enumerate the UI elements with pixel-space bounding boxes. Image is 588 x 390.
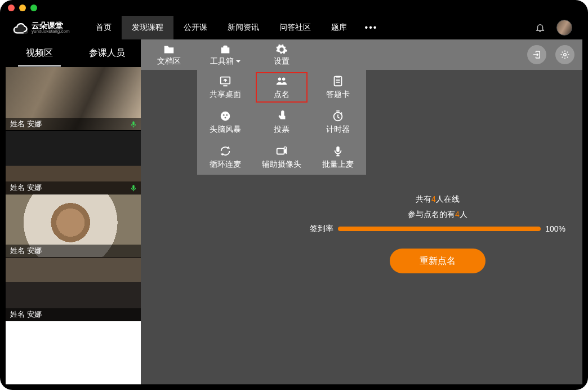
tool-label: 计时器 — [326, 125, 350, 135]
attend-count: 4 — [455, 210, 460, 219]
stats-lines: 共有4人在线 参与点名的有4人 — [310, 192, 565, 221]
top-nav: 云朵课堂 yunduoketang.com 首页 发现课程 公开课 新闻资讯 问… — [6, 16, 582, 39]
nav-item-public[interactable]: 公开课 — [173, 16, 217, 39]
nav-item-qa[interactable]: 问答社区 — [269, 16, 321, 39]
loop-mic-icon — [219, 145, 232, 157]
participant-name: 安娜 — [27, 119, 42, 129]
app-content: 云朵课堂 yunduoketang.com 首页 发现课程 公开课 新闻资讯 问… — [6, 16, 582, 384]
share-screen-icon — [219, 75, 232, 87]
video-list: 姓名 安娜 姓名 安娜 姓名 安娜 — [6, 67, 141, 384]
svg-rect-13 — [336, 147, 340, 152]
svg-rect-11 — [277, 148, 284, 154]
tool-answer-card[interactable]: 答题卡 — [310, 70, 366, 105]
nav-item-bank[interactable]: 题库 — [321, 16, 357, 39]
brand-name: 云朵课堂 — [32, 21, 70, 29]
tool-label: 辅助摄像头 — [262, 159, 301, 170]
participant-name: 安娜 — [27, 309, 42, 320]
chevron-down-icon — [236, 60, 240, 63]
window-titlebar — [0, 0, 588, 16]
progress-bar — [338, 227, 541, 231]
window-close-button[interactable] — [8, 5, 15, 11]
participant-name-strip: 姓名 安娜 — [6, 245, 141, 257]
name-prefix: 姓名 — [10, 309, 25, 320]
svg-point-8 — [226, 114, 228, 116]
svg-point-0 — [564, 54, 567, 56]
tool-rollcall[interactable]: 点名 — [253, 70, 310, 105]
tool-label: 共享桌面 — [210, 90, 241, 100]
rate-label: 签到率 — [310, 224, 333, 234]
nav-items: 首页 发现课程 公开课 新闻资讯 问答社区 题库 ••• — [86, 16, 386, 39]
sidebar: 视频区 参课人员 姓名 安娜 姓名 安娜 — [6, 39, 141, 384]
tool-label: 批量上麦 — [322, 159, 354, 170]
name-prefix: 姓名 — [10, 246, 25, 256]
svg-point-2 — [278, 78, 282, 81]
camera-add-icon — [275, 145, 288, 157]
folder-icon — [163, 45, 175, 55]
doc-toolbar: 文档区 工具箱 设置 — [141, 39, 582, 70]
video-tile[interactable]: 姓名 安娜 — [6, 257, 141, 321]
people-icon — [275, 75, 288, 87]
tool-timer[interactable]: 计时器 — [310, 105, 366, 140]
exit-button[interactable] — [527, 45, 546, 64]
online-line: 共有4人在线 — [310, 192, 565, 207]
timer-icon — [331, 110, 345, 122]
tool-label: 头脑风暴 — [210, 125, 241, 135]
video-tile[interactable]: 姓名 安娜 — [6, 130, 141, 194]
name-prefix: 姓名 — [10, 119, 25, 129]
doc-tab-label: 设置 — [274, 57, 289, 65]
window-minimize-button[interactable] — [19, 5, 26, 11]
svg-rect-4 — [335, 77, 342, 86]
settings-button[interactable] — [555, 45, 574, 64]
nav-item-news[interactable]: 新闻资讯 — [217, 16, 269, 39]
online-count: 4 — [431, 194, 436, 203]
tool-batch-mic[interactable]: 批量上麦 — [310, 140, 366, 175]
nav-item-discover[interactable]: 发现课程 — [122, 16, 173, 39]
tool-share-screen[interactable]: 共享桌面 — [197, 70, 253, 105]
svg-point-7 — [223, 114, 225, 116]
side-tab-video[interactable]: 视频区 — [6, 39, 73, 67]
brand-logo[interactable]: 云朵课堂 yunduoketang.com — [10, 20, 72, 36]
participant-name-strip: 姓名 安娜 — [6, 308, 141, 321]
bell-icon[interactable] — [535, 23, 545, 33]
gear-icon — [560, 50, 570, 60]
video-tile[interactable] — [6, 321, 141, 384]
nav-right — [535, 20, 582, 36]
doc-tab-docs[interactable]: 文档区 — [141, 39, 197, 70]
window-maximize-button[interactable] — [30, 5, 37, 11]
docbar-right — [527, 39, 582, 70]
re-rollcall-button[interactable]: 重新点名 — [390, 249, 485, 273]
cloud-logo-icon — [12, 20, 28, 36]
gear-icon — [275, 45, 288, 55]
svg-rect-5 — [336, 76, 340, 78]
svg-point-6 — [221, 112, 230, 121]
doc-tab-tools[interactable]: 工具箱 — [197, 39, 253, 70]
exit-icon — [532, 50, 542, 60]
video-placeholder — [6, 321, 141, 384]
video-tile[interactable]: 姓名 安娜 — [6, 194, 141, 258]
video-tile[interactable]: 姓名 安娜 — [6, 67, 141, 130]
tool-vote[interactable]: 投票 — [253, 105, 310, 140]
mic-on-icon — [130, 184, 137, 192]
nav-more-button[interactable]: ••• — [357, 16, 386, 39]
doc-tab-label: 文档区 — [157, 57, 181, 65]
participant-name: 安娜 — [27, 246, 42, 256]
tool-brainstorm[interactable]: 头脑风暴 — [197, 105, 253, 140]
tool-loop-mic[interactable]: 循环连麦 — [197, 140, 253, 175]
tool-label: 点名 — [274, 90, 289, 100]
doc-tab-settings[interactable]: 设置 — [253, 39, 310, 70]
svg-point-9 — [225, 117, 226, 118]
tool-aux-camera[interactable]: 辅助摄像头 — [253, 140, 310, 175]
main-area: 文档区 工具箱 设置 — [141, 39, 582, 384]
answer-card-icon — [331, 75, 345, 87]
toolbox-icon — [219, 45, 231, 55]
nav-item-home[interactable]: 首页 — [86, 16, 122, 39]
participant-name: 安娜 — [27, 183, 42, 193]
rate-value: 100% — [545, 224, 565, 233]
tool-label: 答题卡 — [326, 90, 350, 100]
tool-label: 投票 — [274, 125, 289, 135]
attend-line: 参与点名的有4人 — [310, 207, 565, 222]
progress-row: 签到率 100% — [310, 224, 565, 234]
brand-sub: yunduoketang.com — [32, 29, 70, 34]
side-tab-participants[interactable]: 参课人员 — [73, 39, 141, 67]
user-avatar[interactable] — [556, 20, 572, 36]
